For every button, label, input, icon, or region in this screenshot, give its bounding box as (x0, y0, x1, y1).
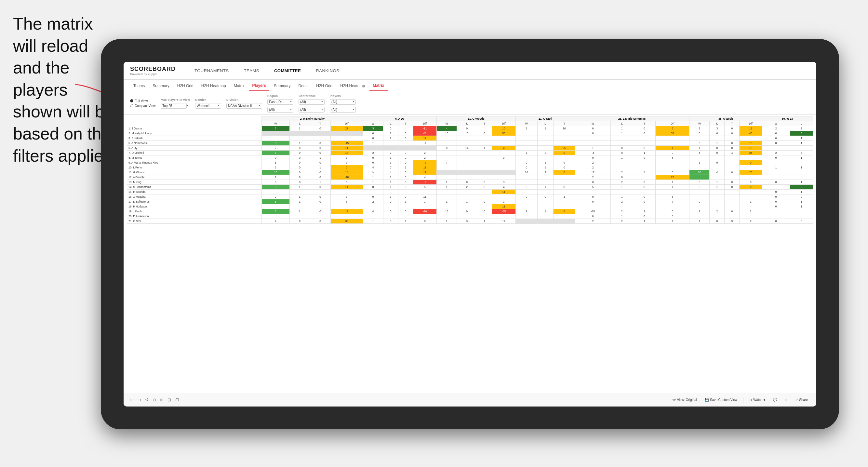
subh-l1: L (289, 121, 310, 126)
filter-region-select-wrapper[interactable]: East - DII West - DII (267, 98, 293, 105)
refresh-icon[interactable]: ↺ (145, 397, 149, 402)
fit-icon[interactable]: ⊡ (167, 397, 171, 402)
filter-max-players-select[interactable]: Top 25 Top 10 Top 50 (161, 103, 187, 108)
subh-w4: W (516, 121, 537, 126)
subnav-summary1[interactable]: Summary (149, 81, 173, 91)
filter-players-select[interactable]: (All) (330, 99, 356, 105)
player-name: 8. M Torres (127, 155, 262, 160)
logo-title: SCOREBOARD (130, 66, 176, 72)
player-name: 15. H Stranda (127, 190, 262, 194)
toolbar-separator (743, 397, 743, 403)
radio-compact-view-circle (130, 104, 133, 107)
nav-teams[interactable]: TEAMS (241, 67, 262, 75)
subnav-h2hheatmap2[interactable]: H2H Heatmap (337, 81, 368, 91)
filter-players-sub-select[interactable]: (All) (330, 107, 356, 113)
filter-conference-label: Conference (299, 94, 324, 98)
share-button[interactable]: ↗ Share (793, 397, 810, 403)
subh-w3: W (437, 121, 457, 126)
nav-rankings[interactable]: RANKINGS (313, 67, 342, 75)
table-row: 15. H Stranda 11 01 (127, 190, 813, 194)
redo-icon[interactable]: ↪ (137, 397, 141, 402)
comment-button[interactable]: 💬 (771, 397, 779, 403)
filter-division: Division NCAA Division II NCAA Division … (226, 98, 262, 108)
subh-w1: W (262, 121, 289, 126)
radio-compact-view[interactable]: Compact View (130, 104, 155, 107)
matrix-content[interactable]: 2. M Kelly Mulcahy 6. A Dy 11. G Woods 2… (124, 115, 816, 393)
radio-full-view-circle (130, 99, 133, 102)
player-name: 2. M Kelly Mulcahy (127, 131, 262, 136)
undo-icon[interactable]: ↩ (130, 397, 134, 402)
table-row: 14. S Srichantamit 31014 0105 1204 010 5… (127, 185, 813, 190)
filter-bar: Full View Compact View Max players in vi… (124, 92, 816, 115)
subnav-h2hheatmap1[interactable]: H2H Heatmap (198, 81, 229, 91)
table-row: 16. X Mcgaha 2103 01011 001 0103 00 (127, 194, 813, 199)
filter-division-select-wrapper[interactable]: NCAA Division II NCAA Division I (226, 102, 262, 108)
watch-label: Watch (753, 398, 762, 402)
filter-conference-sub-select-wrapper[interactable]: (All) (299, 106, 324, 113)
share-label: Share (799, 398, 808, 402)
subh-t5: T (633, 121, 656, 126)
subh-w5: W (575, 121, 611, 126)
filter-max-players: Max players in view Top 25 Top 10 Top 50 (161, 98, 190, 108)
filter-players-label: Players (330, 94, 356, 98)
subh-dif1: Dif (331, 121, 363, 126)
subnav-detail[interactable]: Detail (295, 81, 312, 91)
table-row: 10. L Perini 3010 40111 010 2 11 (127, 165, 813, 170)
filter-gender-select-wrapper[interactable]: Women's Men's (195, 102, 221, 108)
col-header-schumac: 23. L Marie Schumac. (575, 117, 689, 121)
filter-conference-select[interactable]: (All) (299, 99, 324, 105)
watch-icon: ⊙ (749, 398, 752, 402)
subh-t6: T (724, 121, 740, 126)
filter-conference-select-wrapper[interactable]: (All) (299, 98, 324, 105)
col-header-dy: 6. A Dy (363, 117, 437, 121)
nav-committee[interactable]: COMMITTEE (272, 67, 304, 75)
subnav-summary2[interactable]: Summary (271, 81, 294, 91)
save-custom-view-button[interactable]: 💾 Save Custom View (703, 397, 739, 403)
top-navigation: SCOREBOARD Powered by clippd TOURNAMENTS… (124, 62, 816, 80)
subnav-h2hgrid2[interactable]: H2H Grid (313, 81, 336, 91)
grid-button[interactable]: ⊞ (783, 397, 789, 403)
subh-w2: W (363, 121, 383, 126)
radio-full-view[interactable]: Full View (130, 99, 155, 103)
player-name: 10. L Perini (127, 165, 262, 170)
timer-icon[interactable]: ⏱ (175, 397, 179, 402)
filter-division-select[interactable]: NCAA Division II NCAA Division I (226, 103, 262, 108)
table-row: 8. M Torres 0013 0102 3 0108 01 (127, 155, 813, 160)
subh-l5: L (611, 121, 633, 126)
tablet-device: SCOREBOARD Powered by clippd TOURNAMENTS… (101, 39, 839, 429)
table-row: 21. O Stoll 40033 1010 13114 2211 1099 0… (127, 219, 813, 224)
filter-conference-sub-select[interactable]: (All) (299, 107, 324, 113)
subh-dif2: Dif (413, 121, 437, 126)
subnav-matrix1[interactable]: Matrix (230, 81, 248, 91)
player-name: 19. J Kanh (127, 209, 262, 214)
player-name: 18. H Hodgson (127, 204, 262, 209)
filter-max-players-select-wrapper[interactable]: Top 25 Top 10 Top 50 (161, 102, 190, 108)
filter-region-sub-select-wrapper[interactable]: (All) (267, 106, 293, 113)
filter-players-select-wrapper[interactable]: (All) (330, 98, 356, 105)
logo-area: SCOREBOARD Powered by clippd (130, 66, 176, 76)
watch-button[interactable]: ⊙ Watch ▾ (747, 397, 767, 403)
zoom-out-icon[interactable]: ⊖ (153, 397, 156, 402)
subnav-teams[interactable]: Teams (130, 81, 148, 91)
filter-max-players-label: Max players in view (161, 98, 190, 101)
zoom-in-icon[interactable]: ⊕ (160, 397, 163, 402)
col-header-za: 60. W Za (762, 117, 813, 121)
view-icon: 👁 (673, 398, 676, 402)
subnav-matrix2[interactable]: Matrix (369, 81, 388, 91)
subnav-players[interactable]: Players (249, 81, 269, 91)
view-original-button[interactable]: 👁 View: Original (671, 397, 699, 403)
player-name: 13. N Klug (127, 180, 262, 185)
filter-region-sub-select[interactable]: (All) (267, 107, 293, 113)
player-name: 7. O Mitchell (127, 151, 262, 155)
subnav-h2hgrid1[interactable]: H2H Grid (174, 81, 197, 91)
grid-icon: ⊞ (785, 398, 787, 402)
subh-w6: W (689, 121, 710, 126)
subh-l4: L (537, 121, 553, 126)
player-name: 12. A Bianchi (127, 175, 262, 180)
filter-region-select[interactable]: East - DII West - DII (267, 99, 293, 105)
player-name: 11. G Woods (127, 170, 262, 175)
filter-players-sub-select-wrapper[interactable]: (All) (330, 106, 356, 113)
radio-full-view-label: Full View (135, 99, 148, 103)
nav-tournaments[interactable]: TOURNAMENTS (192, 67, 231, 75)
filter-gender-select[interactable]: Women's Men's (195, 103, 221, 108)
